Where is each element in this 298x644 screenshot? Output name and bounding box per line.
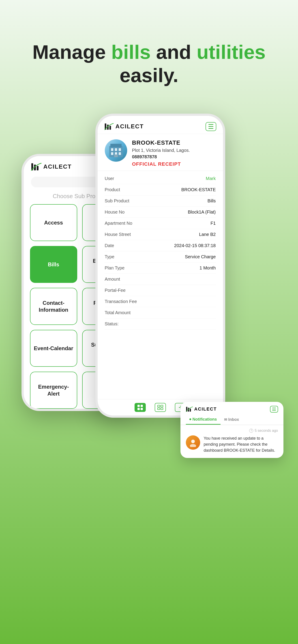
svg-rect-5 [109, 126, 111, 130]
notif-logo-text: ACILECT [194, 406, 217, 412]
svg-rect-19 [158, 405, 160, 407]
receipt-row-plantype: Plan Type 1 Month [105, 262, 216, 274]
svg-rect-25 [190, 408, 191, 412]
notif-ham-line-1 [272, 408, 276, 408]
receipt-row-houseno: House No Block1A (Flat) [105, 206, 216, 218]
receipt-logo: ACILECT [104, 122, 144, 130]
notif-content: You have received an update to a pending… [186, 435, 278, 454]
tab-notifications[interactable]: Notifications [186, 415, 220, 425]
headline-sub: easily. [33, 64, 266, 87]
label-transactionfee: Transaction Fee [105, 299, 141, 304]
notif-tabs: Notifications ✉ Inbox [180, 412, 283, 425]
headline-bills: bills [111, 41, 151, 63]
receipt-row-status: Status: [105, 318, 216, 330]
tab-notifications-label: Notifications [193, 417, 217, 422]
hamburger-button[interactable] [205, 122, 216, 131]
ham-line-2 [208, 126, 213, 127]
value-user: Mark [206, 176, 216, 181]
svg-rect-13 [119, 152, 121, 155]
svg-rect-2 [37, 166, 39, 170]
receipt-row-totalamount: Total Amount [105, 307, 216, 318]
notif-body: ? 5 seconds ago You have received an upd… [180, 425, 283, 458]
svg-point-26 [191, 440, 195, 443]
label-date: Date [105, 243, 141, 248]
building-icon [107, 142, 125, 160]
value-plantype: 1 Month [199, 266, 216, 270]
notif-hamburger-button[interactable] [270, 406, 278, 412]
building-image [105, 139, 127, 162]
estate-info: BROOK-ESTATE Plot 1, Victoria Island, La… [132, 139, 216, 167]
label-aptno: Apartment No [105, 221, 141, 226]
receipt-row-portalfee: Portal-Fee [105, 285, 216, 296]
notif-message: You have received an update to a pending… [204, 435, 278, 454]
label-user: User [105, 176, 141, 181]
svg-rect-18 [141, 408, 143, 410]
headline-section: Manage bills and utilities easily. [33, 40, 266, 87]
label-portalfee: Portal-Fee [105, 288, 141, 293]
menu-item-bills[interactable]: Bills [30, 246, 77, 283]
estate-name: BROOK-ESTATE [132, 139, 216, 146]
left-logo: ACILECT [31, 162, 72, 171]
notif-logo: ACILECT [186, 406, 217, 412]
receipt-row-user: User Mark [105, 173, 216, 184]
middle-phone: ACILECT [95, 114, 225, 418]
label-type: Type [105, 254, 141, 260]
notification-dot [189, 418, 191, 420]
receipt-row-product: Product BROOK-ESTATE [105, 184, 216, 196]
receipt-logo-icon [104, 122, 114, 130]
svg-rect-21 [158, 408, 160, 410]
receipt-logo-bar: ACILECT [98, 116, 223, 134]
menu-item-emergency[interactable]: Emergency-Alert [30, 372, 77, 408]
svg-rect-15 [137, 405, 140, 407]
svg-rect-7 [110, 144, 122, 147]
tab-inbox[interactable]: ✉ Inbox [220, 415, 243, 425]
menu-item-event[interactable]: Event-Calendar [30, 330, 77, 367]
svg-point-27 [190, 444, 196, 447]
receipt-logo-text: ACILECT [116, 123, 144, 130]
notif-time-label: 5 seconds ago [254, 429, 278, 433]
headline-text: Manage bills and utilities [33, 40, 266, 64]
svg-rect-9 [115, 148, 117, 151]
label-houseno: House No [105, 210, 141, 215]
headline-part2: and [151, 41, 197, 63]
menu-item-access[interactable]: Access [30, 204, 77, 241]
nav-list-icon[interactable] [155, 403, 166, 412]
headline-part1: Manage [33, 41, 111, 63]
receipt-row-street: House Street Lane B2 [105, 229, 216, 240]
receipt-row-type: Type Service Charge [105, 251, 216, 262]
notif-avatar [186, 435, 200, 450]
estate-phone: 0889787878 [132, 154, 216, 160]
svg-rect-8 [111, 148, 113, 151]
svg-rect-22 [161, 408, 163, 410]
value-product: BROOK-ESTATE [181, 187, 216, 192]
svg-rect-17 [137, 408, 140, 410]
official-receipt-label: OFFICIAL RECEIPT [132, 161, 216, 167]
label-amount: Amount [105, 276, 141, 282]
estate-address: Plot 1, Victoria Island, Lagos. [132, 147, 216, 154]
avatar-icon [188, 438, 197, 447]
value-houseno: Block1A (Flat) [188, 210, 216, 215]
menu-item-contact[interactable]: Contact-Information [30, 288, 77, 325]
svg-rect-10 [119, 148, 121, 151]
ham-line-1 [208, 124, 213, 125]
ham-line-3 [208, 128, 213, 129]
value-aptno: F1 [210, 221, 216, 226]
svg-rect-16 [141, 405, 143, 407]
receipt-table: User Mark Product BROOK-ESTATE Sub Produ… [98, 171, 223, 399]
receipt-row-aptno: Apartment No F1 [105, 218, 216, 229]
time-question-icon: ? [249, 429, 253, 433]
label-status: Status: [105, 321, 141, 326]
label-totalamount: Total Amount [105, 310, 141, 315]
label-plantype: Plan Type [105, 266, 141, 270]
receipt-row-amount: Amount [105, 274, 216, 285]
value-subproduct: Bills [207, 198, 216, 204]
value-street: Lane B2 [199, 232, 216, 237]
svg-rect-11 [111, 152, 113, 155]
receipt-row-subproduct: Sub Product Bills [105, 196, 216, 206]
notif-ham-line-3 [272, 410, 276, 411]
value-date: 2024-02-15 08:37:18 [174, 243, 216, 248]
receipt-row-date: Date 2024-02-15 08:37:18 [105, 240, 216, 251]
label-product: Product [105, 187, 141, 192]
notif-header-bar: ACILECT [180, 402, 283, 412]
nav-grid-icon[interactable] [135, 403, 146, 412]
